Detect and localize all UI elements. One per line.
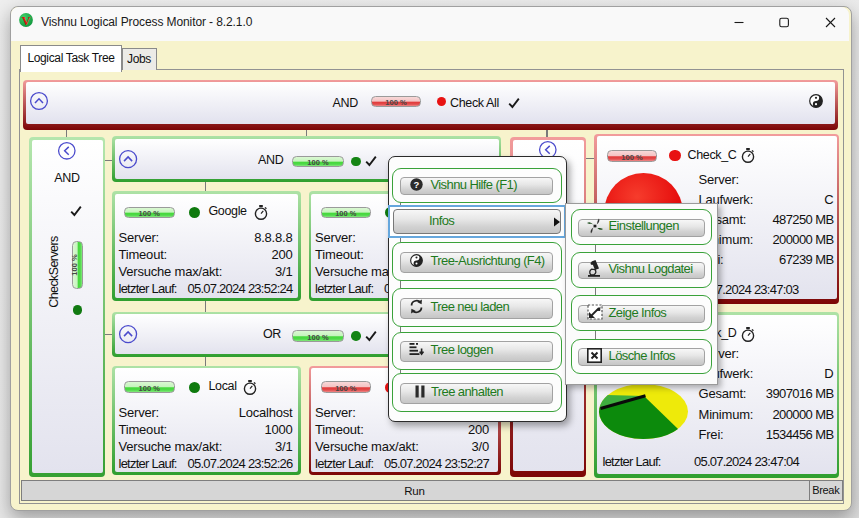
svg-text:?: ? bbox=[414, 179, 420, 190]
svg-text:V: V bbox=[21, 14, 30, 28]
